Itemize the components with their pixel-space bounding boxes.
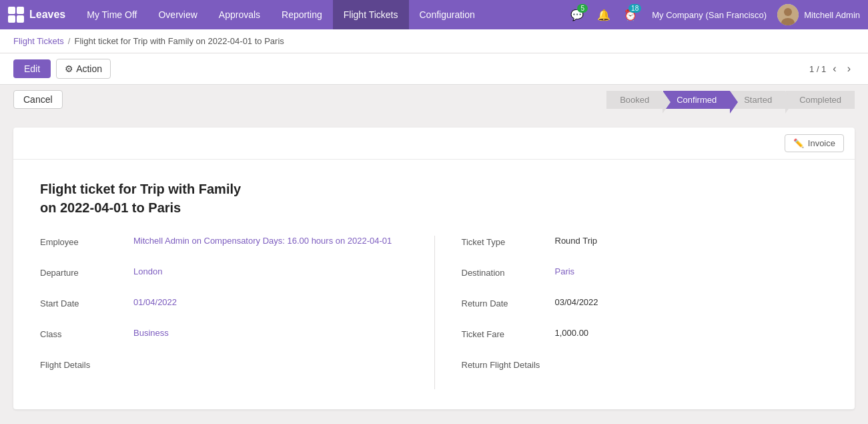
chat-icon-button[interactable]: 💬 5 [566,4,588,25]
record-card-toolbar: ✏️ Invoice [13,128,855,160]
field-ticket-type-label: Ticket Type [462,236,555,247]
field-employee: Employee Mitchell Admin on Compensatory … [40,236,408,254]
field-class-value[interactable]: Business [133,328,169,338]
field-start-date-value[interactable]: 01/04/2022 [133,297,177,307]
status-steps: Booked Confirmed Started Completed [606,91,855,109]
status-step-confirmed[interactable]: Confirmed [663,91,730,109]
record-body: Flight ticket for Trip with Family on 20… [13,160,855,409]
company-selector[interactable]: My Company (San Francisco) [652,10,767,20]
field-ticket-fare-value: 1,000.00 [555,328,589,338]
field-return-flight-details: Return Flight Details [462,359,802,377]
field-ticket-type-value: Round Trip [555,236,598,246]
record-toolbar: Edit ⚙ Action 1 / 1 ‹ › [0,53,868,85]
nav-approvals[interactable]: Approvals [208,0,271,29]
prev-record-button[interactable]: ‹ [829,61,840,76]
field-return-date-value: 03/04/2022 [555,297,598,307]
field-start-date: Start Date 01/04/2022 [40,297,408,316]
status-bar: Cancel Booked Confirmed Started Complete… [0,85,868,114]
nav-my-time-off[interactable]: My Time Off [76,0,147,29]
field-destination-label: Destination [462,266,555,278]
field-return-date-label: Return Date [462,297,555,308]
pagination-controls: 1 / 1 ‹ › [809,61,855,76]
field-destination-value[interactable]: Paris [555,266,575,276]
cancel-button[interactable]: Cancel [13,90,63,109]
record-fields: Employee Mitchell Admin on Compensatory … [40,236,828,389]
status-step-started[interactable]: Started [731,91,785,109]
clock-icon-button[interactable]: ⏰ 18 [620,4,641,25]
fields-left: Employee Mitchell Admin on Compensatory … [40,236,434,389]
field-class-label: Class [40,328,133,339]
invoice-button[interactable]: ✏️ Invoice [785,134,844,152]
bell-icon-button[interactable]: 🔔 [593,4,614,25]
topnav-right: 💬 5 🔔 ⏰ 18 My Company (San Francisco) Mi… [566,4,860,25]
nav-overview[interactable]: Overview [147,0,207,29]
top-navigation: Leaves My Time Off Overview Approvals Re… [0,0,868,29]
field-class: Class Business [40,328,408,347]
field-start-date-label: Start Date [40,297,133,308]
main-content: ✏️ Invoice Flight ticket for Trip with F… [0,114,868,423]
nav-flight-tickets[interactable]: Flight Tickets [333,0,409,29]
gear-icon: ⚙ [65,63,73,74]
field-ticket-fare: Ticket Fare 1,000.00 [462,328,802,347]
field-flight-details-label: Flight Details [40,359,133,370]
user-avatar[interactable] [777,4,799,25]
edit-button[interactable]: Edit [13,59,51,78]
field-flight-details: Flight Details [40,359,408,377]
edit-invoice-icon: ✏️ [793,138,804,148]
app-logo[interactable]: Leaves [8,7,65,23]
svg-point-1 [784,8,792,16]
chat-badge: 5 [577,4,588,13]
field-departure-value[interactable]: London [133,266,162,276]
nav-links: My Time Off Overview Approvals Reporting… [76,0,566,29]
field-departure-label: Departure [40,266,133,278]
field-ticket-type: Ticket Type Round Trip [462,236,802,254]
breadcrumb: Flight Tickets / Flight ticket for Trip … [0,29,868,53]
breadcrumb-separator: / [68,36,71,46]
field-ticket-fare-label: Ticket Fare [462,328,555,339]
app-name: Leaves [29,9,65,21]
field-return-date: Return Date 03/04/2022 [462,297,802,316]
status-step-completed[interactable]: Completed [786,91,855,109]
user-name[interactable]: Mitchell Admin [804,10,860,20]
breadcrumb-parent[interactable]: Flight Tickets [13,36,64,46]
field-destination: Destination Paris [462,266,802,285]
clock-badge: 18 [628,4,641,13]
nav-reporting[interactable]: Reporting [271,0,333,29]
status-step-booked[interactable]: Booked [606,91,663,109]
breadcrumb-current: Flight ticket for Trip with Family on 20… [74,36,284,46]
nav-configuration[interactable]: Configuration [409,0,486,29]
app-logo-icon [8,7,24,23]
next-record-button[interactable]: › [843,61,855,76]
field-return-flight-details-label: Return Flight Details [462,359,555,370]
field-employee-value[interactable]: Mitchell Admin on Compensatory Days: 16.… [133,236,392,246]
field-employee-label: Employee [40,236,133,247]
record-title: Flight ticket for Trip with Family on 20… [40,180,828,217]
field-departure: Departure London [40,266,408,285]
pagination-label: 1 / 1 [809,64,826,74]
fields-right: Ticket Type Round Trip Destination Paris… [434,236,829,389]
record-card: ✏️ Invoice Flight ticket for Trip with F… [13,128,855,409]
action-button[interactable]: ⚙ Action [56,59,111,79]
